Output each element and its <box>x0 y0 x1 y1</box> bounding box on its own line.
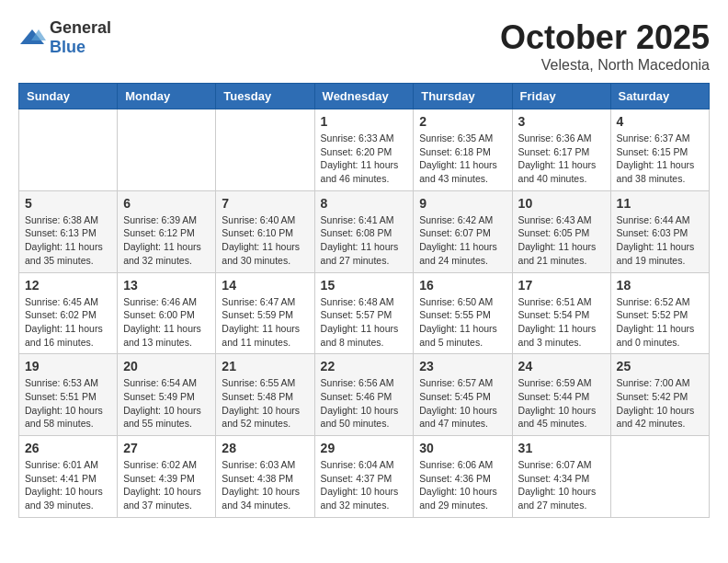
calendar-cell: 31Sunrise: 6:07 AM Sunset: 4:34 PM Dayli… <box>512 436 610 518</box>
calendar-cell: 4Sunrise: 6:37 AM Sunset: 6:15 PM Daylig… <box>610 109 709 191</box>
day-number: 7 <box>222 196 308 211</box>
day-info: Sunrise: 6:42 AM Sunset: 6:07 PM Dayligh… <box>419 213 506 268</box>
calendar-cell: 13Sunrise: 6:46 AM Sunset: 6:00 PM Dayli… <box>118 272 216 354</box>
day-info: Sunrise: 6:03 AM Sunset: 4:38 PM Dayligh… <box>222 458 308 512</box>
day-info: Sunrise: 6:45 AM Sunset: 6:02 PM Dayligh… <box>25 295 111 350</box>
calendar-cell: 19Sunrise: 6:53 AM Sunset: 5:51 PM Dayli… <box>19 354 118 436</box>
day-info: Sunrise: 6:50 AM Sunset: 5:55 PM Dayligh… <box>419 295 506 350</box>
day-number: 31 <box>518 441 605 455</box>
calendar-cell <box>19 109 118 191</box>
day-number: 23 <box>419 359 506 373</box>
day-number: 2 <box>419 114 506 129</box>
title-section: October 2025 Velesta, North Macedonia <box>500 18 710 74</box>
calendar-cell: 11Sunrise: 6:44 AM Sunset: 6:03 PM Dayli… <box>610 190 709 272</box>
logo-text-general: General <box>50 18 111 37</box>
day-number: 1 <box>321 114 408 129</box>
calendar-cell: 17Sunrise: 6:51 AM Sunset: 5:54 PM Dayli… <box>512 272 610 354</box>
calendar-cell: 5Sunrise: 6:38 AM Sunset: 6:13 PM Daylig… <box>19 190 118 272</box>
calendar-cell: 15Sunrise: 6:48 AM Sunset: 5:57 PM Dayli… <box>314 272 414 354</box>
weekday-header-friday: Friday <box>512 84 610 109</box>
weekday-header-sunday: Sunday <box>19 84 118 109</box>
calendar-week-row: 19Sunrise: 6:53 AM Sunset: 5:51 PM Dayli… <box>19 354 710 436</box>
day-number: 3 <box>518 114 605 129</box>
calendar-cell <box>118 109 216 191</box>
day-info: Sunrise: 6:44 AM Sunset: 6:03 PM Dayligh… <box>617 213 703 268</box>
calendar-cell <box>610 436 709 518</box>
day-info: Sunrise: 6:35 AM Sunset: 6:18 PM Dayligh… <box>419 132 506 186</box>
month-title: October 2025 <box>500 18 710 57</box>
day-info: Sunrise: 6:01 AM Sunset: 4:41 PM Dayligh… <box>25 458 111 512</box>
day-number: 16 <box>419 278 506 293</box>
calendar-cell: 27Sunrise: 6:02 AM Sunset: 4:39 PM Dayli… <box>118 436 216 518</box>
day-info: Sunrise: 6:53 AM Sunset: 5:51 PM Dayligh… <box>25 376 111 431</box>
calendar-cell: 22Sunrise: 6:56 AM Sunset: 5:46 PM Dayli… <box>314 354 414 436</box>
day-info: Sunrise: 6:38 AM Sunset: 6:13 PM Dayligh… <box>25 213 111 268</box>
day-info: Sunrise: 6:41 AM Sunset: 6:08 PM Dayligh… <box>321 213 408 268</box>
day-number: 12 <box>25 278 111 293</box>
day-info: Sunrise: 6:36 AM Sunset: 6:17 PM Dayligh… <box>518 132 605 186</box>
day-number: 9 <box>419 196 506 211</box>
weekday-header-wednesday: Wednesday <box>314 84 414 109</box>
calendar-cell: 21Sunrise: 6:55 AM Sunset: 5:48 PM Dayli… <box>216 354 314 436</box>
day-number: 27 <box>123 441 210 455</box>
day-info: Sunrise: 6:56 AM Sunset: 5:46 PM Dayligh… <box>321 376 408 431</box>
page-header: General Blue October 2025 Velesta, North… <box>18 18 710 74</box>
calendar-cell: 8Sunrise: 6:41 AM Sunset: 6:08 PM Daylig… <box>314 190 414 272</box>
calendar-cell: 6Sunrise: 6:39 AM Sunset: 6:12 PM Daylig… <box>118 190 216 272</box>
weekday-header-monday: Monday <box>118 84 216 109</box>
day-info: Sunrise: 7:00 AM Sunset: 5:42 PM Dayligh… <box>617 376 703 431</box>
day-number: 21 <box>222 359 308 373</box>
weekday-header-thursday: Thursday <box>414 84 512 109</box>
logo: General Blue <box>18 18 111 57</box>
calendar-week-row: 12Sunrise: 6:45 AM Sunset: 6:02 PM Dayli… <box>19 272 710 354</box>
day-number: 29 <box>321 441 408 455</box>
calendar-cell: 24Sunrise: 6:59 AM Sunset: 5:44 PM Dayli… <box>512 354 610 436</box>
day-number: 20 <box>123 359 210 373</box>
day-number: 26 <box>25 441 111 455</box>
day-info: Sunrise: 6:54 AM Sunset: 5:49 PM Dayligh… <box>123 376 210 431</box>
day-number: 13 <box>123 278 210 293</box>
day-number: 18 <box>617 278 703 293</box>
day-info: Sunrise: 6:37 AM Sunset: 6:15 PM Dayligh… <box>617 132 703 186</box>
day-info: Sunrise: 6:52 AM Sunset: 5:52 PM Dayligh… <box>617 295 703 350</box>
day-info: Sunrise: 6:07 AM Sunset: 4:34 PM Dayligh… <box>518 458 605 512</box>
weekday-header-tuesday: Tuesday <box>216 84 314 109</box>
logo-icon <box>18 28 46 48</box>
day-info: Sunrise: 6:46 AM Sunset: 6:00 PM Dayligh… <box>123 295 210 350</box>
day-number: 30 <box>419 441 506 455</box>
day-number: 17 <box>518 278 605 293</box>
day-number: 10 <box>518 196 605 211</box>
calendar-cell: 3Sunrise: 6:36 AM Sunset: 6:17 PM Daylig… <box>512 109 610 191</box>
day-info: Sunrise: 6:51 AM Sunset: 5:54 PM Dayligh… <box>518 295 605 350</box>
calendar-week-row: 26Sunrise: 6:01 AM Sunset: 4:41 PM Dayli… <box>19 436 710 518</box>
day-info: Sunrise: 6:48 AM Sunset: 5:57 PM Dayligh… <box>321 295 408 350</box>
calendar-table: SundayMondayTuesdayWednesdayThursdayFrid… <box>18 83 710 518</box>
day-number: 28 <box>222 441 308 455</box>
day-info: Sunrise: 6:33 AM Sunset: 6:20 PM Dayligh… <box>321 132 408 186</box>
day-info: Sunrise: 6:39 AM Sunset: 6:12 PM Dayligh… <box>123 213 210 268</box>
calendar-cell: 26Sunrise: 6:01 AM Sunset: 4:41 PM Dayli… <box>19 436 118 518</box>
calendar-cell: 14Sunrise: 6:47 AM Sunset: 5:59 PM Dayli… <box>216 272 314 354</box>
day-info: Sunrise: 6:59 AM Sunset: 5:44 PM Dayligh… <box>518 376 605 431</box>
day-number: 6 <box>123 196 210 211</box>
calendar-cell <box>216 109 314 191</box>
calendar-week-row: 1Sunrise: 6:33 AM Sunset: 6:20 PM Daylig… <box>19 109 710 191</box>
day-number: 14 <box>222 278 308 293</box>
day-info: Sunrise: 6:47 AM Sunset: 5:59 PM Dayligh… <box>222 295 308 350</box>
location: Velesta, North Macedonia <box>500 57 710 74</box>
calendar-cell: 9Sunrise: 6:42 AM Sunset: 6:07 PM Daylig… <box>414 190 512 272</box>
calendar-cell: 7Sunrise: 6:40 AM Sunset: 6:10 PM Daylig… <box>216 190 314 272</box>
calendar-cell: 16Sunrise: 6:50 AM Sunset: 5:55 PM Dayli… <box>414 272 512 354</box>
calendar-cell: 1Sunrise: 6:33 AM Sunset: 6:20 PM Daylig… <box>314 109 414 191</box>
day-number: 8 <box>321 196 408 211</box>
weekday-header-row: SundayMondayTuesdayWednesdayThursdayFrid… <box>19 84 710 109</box>
day-info: Sunrise: 6:40 AM Sunset: 6:10 PM Dayligh… <box>222 213 308 268</box>
day-number: 25 <box>617 359 703 373</box>
day-info: Sunrise: 6:06 AM Sunset: 4:36 PM Dayligh… <box>419 458 506 512</box>
day-info: Sunrise: 6:04 AM Sunset: 4:37 PM Dayligh… <box>321 458 408 512</box>
calendar-cell: 28Sunrise: 6:03 AM Sunset: 4:38 PM Dayli… <box>216 436 314 518</box>
weekday-header-saturday: Saturday <box>610 84 709 109</box>
calendar-cell: 12Sunrise: 6:45 AM Sunset: 6:02 PM Dayli… <box>19 272 118 354</box>
day-number: 19 <box>25 359 111 373</box>
day-number: 11 <box>617 196 703 211</box>
